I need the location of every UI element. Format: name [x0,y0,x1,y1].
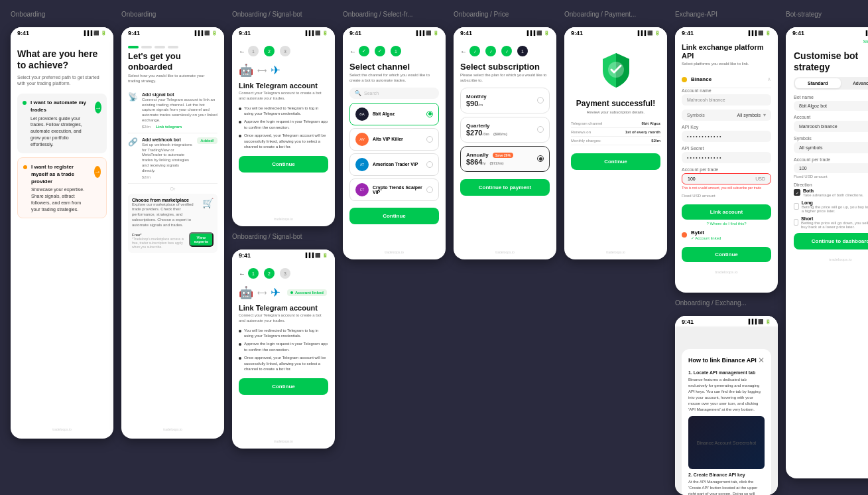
tab-advanced[interactable]: Advanced [841,78,869,88]
dir-short[interactable]: Short Betting the price will go down, yo… [794,216,868,229]
dir-both[interactable]: ✓ Both Take advantage of both directions… [794,188,868,197]
sc-title: Select channel [349,62,439,72]
channel-item-1[interactable]: 8A 8bit Algoz [349,103,439,125]
continue-exchange[interactable]: Continue [682,247,771,262]
frame-label-strategy: Bot-strategy [786,11,868,18]
onboarding1-content: What are you here to achieve? Select you… [11,38,113,228]
help-icon: ? [706,222,708,226]
payment-title: Payment successful! [571,99,660,108]
column-price: Onboarding / Price 9:41 ▐▐▐ ⬛ 🔋 ← ✓ ✓ ✓ [454,11,556,259]
symbols-dropdown[interactable]: ▾ [763,112,766,118]
renewal-row: Renews on 1st of every month [571,128,660,137]
signal-bot2-content: ← 1 2 3 🤖 ⟷ ✈ Account linked [232,260,335,400]
time-sb1: 9:41 [239,30,251,36]
phone-signal-bot1: 9:41 ▐▐▐ ⬛ 🔋 ← 1 2 3 🤖 ⟷ [232,27,335,226]
option-webhook-bot[interactable]: 🔗 Add webhook bot Set up webhook integra… [128,133,217,184]
channel-item-2[interactable]: AV Alts VIP Killer [349,128,439,151]
channel-item-3[interactable]: AT American Trader VIP [349,153,439,176]
bot-name-input[interactable]: 8bit Algoz bot [794,101,868,111]
inst-dot-sb2-2 [239,343,241,346]
status-bar-price: 9:41 ▐▐▐ ⬛ 🔋 [454,27,556,38]
tab-standard[interactable]: Standard [795,78,841,88]
symbols-select[interactable]: All symbols ▾ [794,142,868,153]
back-arrow-price[interactable]: ← [460,48,467,55]
back-arrow-sb2[interactable]: ← [239,270,245,277]
step-1-sb2: 1 [248,268,259,279]
signal-icons-obe: ▐▐▐ ⬛ 🔋 [747,319,771,324]
inst-3: Once approved, your Telegram account wil… [239,133,328,149]
payment-content: Payment successful! Review your subscrip… [564,38,667,175]
tg-connect-row: 🤖 ⟷ ✈ [239,63,328,78]
signal-icons-strategy: ▐▐▐ ⬛ 🔋 [864,31,868,36]
goal1-desc: Let providers guide your trades. Follow … [31,115,91,148]
dir-long[interactable]: Long Betting the price will go up, you b… [794,200,868,213]
modal-close[interactable]: ✕ [758,356,765,365]
plan1-radio [537,97,544,104]
search-placeholder: Search [364,91,379,96]
step-indicators-sb1: 1 2 3 [248,46,290,56]
back-arrow-sb1[interactable]: ← [239,48,245,55]
strategy-toggle: Standard Advanced [794,77,868,90]
sc-subtitle: Select the channel for which you would l… [349,73,439,84]
goal2-arrow[interactable]: → [94,166,101,178]
goal1-dot [23,101,27,105]
back-arrow-sc[interactable]: ← [349,48,356,55]
marketplace-card[interactable]: Choose from marketplace Explore our mark… [128,194,217,253]
column-exchange: Exchange-API 9:41 ▐▐▐ ⬛ 🔋 Link exchange … [675,11,778,495]
channel-item-4[interactable]: CT Crypto Trends Scalper VIP [349,178,439,201]
step-2-sc: ✓ [375,46,385,56]
dir-long-desc: Betting the price will go up, you buy lo… [802,205,868,213]
signal-icons-sb1: ▐▐▐ ⬛ 🔋 [304,31,328,36]
goal1-card[interactable]: I want to automate my trades Let provide… [17,94,107,153]
search-box[interactable]: 🔍 Search [349,88,439,99]
goal2-card[interactable]: I want to register myself as a trade pro… [17,157,107,219]
renewal-value: 1st of every month [625,130,660,134]
webhook-meta: $2/m [142,175,193,179]
apt-value[interactable]: 100 [688,177,755,181]
plan-monthly[interactable]: Monthly $90/m [460,88,550,113]
column-select-channel: Onboarding / Select-fr... 9:41 ▐▐▐ ⬛ 🔋 ←… [343,11,446,259]
dir-short-content: Short Betting the price will go down, yo… [801,216,868,229]
bybit-row[interactable]: Bybit ✓ Account linked [682,226,771,244]
charges-row: Monthly charges: $2/m [571,137,660,145]
account-select[interactable]: Mahroosh binance ▾ [794,121,868,132]
radio-1 [426,111,433,117]
plan1-name: Monthly [466,94,487,100]
api-key-input[interactable]: •••••••••••• [682,131,771,142]
time-payment: 9:41 [571,30,583,36]
footer-sb2: tradeloops.io [232,437,335,445]
linked-text: Account linked [295,291,324,295]
link-telegram-btn[interactable]: Link telegram [156,125,182,129]
plan2-name: Quarterly [466,123,507,129]
binance-platform[interactable]: Binance ∧ [682,71,771,88]
plan2-price: $270/3m ($90/m) [466,129,507,137]
continue-payment[interactable]: Continue [571,153,660,170]
continue-sc[interactable]: Continue [349,208,439,224]
step-2-sb2: 2 [264,268,275,279]
plan-annually[interactable]: Annually Save 20% $864/y ($72/m) [460,146,550,172]
continue-sb2[interactable]: Continue [239,378,328,395]
plan2-radio [537,126,544,133]
charges-value: $2/m [651,139,660,143]
screenshot-placeholder: Binance Account Screenshot [697,441,757,445]
inst-1: You will be redirected to Telegram to lo… [239,106,328,117]
account-name-input[interactable]: Mahroosh binance [682,94,771,106]
skip-btn[interactable]: Skip for now [863,39,868,44]
step-dots-2 [128,46,217,48]
apt-value-strategy[interactable]: 100 [799,166,868,171]
continue-dashboard-btn[interactable]: Continue to dashboard [794,233,868,249]
inst-text-sb2-1: You will be redirected to Telegram to lo… [244,328,328,339]
plan-quarterly[interactable]: Quarterly $270/3m ($90/m) [460,117,550,143]
view-experts-btn[interactable]: View experts [189,232,214,247]
continue-sb1[interactable]: Continue [239,156,328,173]
time-2: 9:41 [128,30,140,36]
footer-exchange: tradeloops.io [675,267,778,277]
continue-price[interactable]: Continue to payment [460,179,550,196]
api-secret-input[interactable]: •••••••••••• [682,152,771,163]
channel-label: Telegram channel [571,121,602,125]
symbols-field: Symbols All symbols ▾ [682,109,771,121]
option-signal-bot[interactable]: 📡 Add signal bot Connect your Telegram a… [128,88,217,133]
goal1-arrow[interactable]: → [95,102,101,113]
mkt-free: Free* *Tradeloop's marketplace access is… [132,231,189,249]
link-account-btn[interactable]: Link account [682,204,771,220]
